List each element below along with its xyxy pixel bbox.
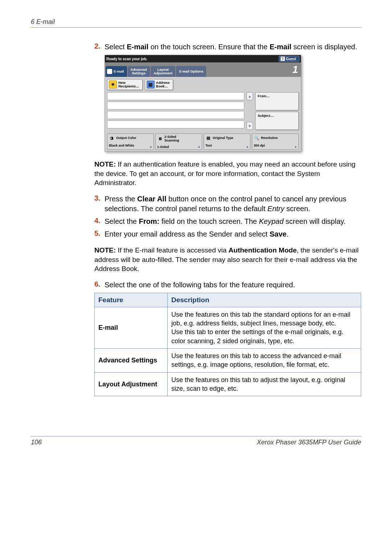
step-number: 2. <box>94 42 105 52</box>
resolution-card[interactable]: 🔍 Resolution 300 dpi ▲ <box>252 134 299 150</box>
mfp-screenshot: Ready to scan your job. ? Guest ✉ E-mail… <box>105 55 301 152</box>
chevron-up-icon: ▲ <box>197 145 201 148</box>
address-book-button[interactable]: ▤ Address Book… <box>145 79 173 90</box>
new-recipients-icon: ✳ <box>109 81 117 89</box>
recipient-slot[interactable] <box>107 92 244 100</box>
step-6: 6. Select the one of the following tabs … <box>94 280 361 290</box>
recipient-slot[interactable] <box>107 111 244 119</box>
job-count-badge: 1 <box>292 64 298 75</box>
step-number: 5. <box>94 229 105 239</box>
page-footer: 106 Xerox Phaser 3635MFP User Guide <box>31 436 361 446</box>
guide-title: Xerox Phaser 3635MFP User Guide <box>257 439 361 446</box>
from-button[interactable]: From… <box>255 92 299 110</box>
step-text: Select the From: field on the touch scre… <box>105 217 361 226</box>
table-row: Advanced Settings Use the features on th… <box>95 349 361 373</box>
step-number: 3. <box>94 194 105 214</box>
tab-layout-adjustment[interactable]: Layout Adjustment <box>151 66 175 77</box>
address-book-icon: ▤ <box>147 81 155 89</box>
resolution-icon: 🔍 <box>254 135 260 141</box>
original-type-icon: ▤ <box>205 135 211 141</box>
subject-button[interactable]: Subject… <box>255 112 299 130</box>
step-5: 5. Enter your email address as the Sende… <box>94 229 361 239</box>
tab-email-options[interactable]: E-mail Options <box>176 66 206 77</box>
tab-advanced-settings[interactable]: Advanced Settings <box>128 66 150 77</box>
step-3: 3. Press the Clear All button once on th… <box>94 194 361 214</box>
step-text: Press the Clear All button once on the c… <box>105 194 361 214</box>
email-icon: ✉ <box>107 69 112 74</box>
scroll-up-icon[interactable]: ▲ <box>246 92 253 100</box>
scroll-down-icon[interactable]: ▼ <box>246 122 253 130</box>
new-recipients-button[interactable]: ✳ New Recipients… <box>107 79 143 90</box>
two-sided-icon: ≣ <box>157 136 163 141</box>
original-type-card[interactable]: ▤ Original Type Text ▲ <box>204 134 250 150</box>
step-number: 4. <box>94 217 105 226</box>
help-icon: ? <box>281 57 285 61</box>
step-text: Select E-mail on the touch screen. Ensur… <box>105 42 361 52</box>
output-color-icon: ◑ <box>109 135 115 141</box>
chapter-label: 6 E-mail <box>31 18 55 25</box>
step-text: Select the one of the following tabs for… <box>105 280 361 290</box>
step-2: 2. Select E-mail on the touch screen. En… <box>94 42 361 52</box>
chevron-up-icon: ▲ <box>246 145 249 148</box>
recipient-slot[interactable] <box>107 120 244 128</box>
recipient-slot[interactable] <box>107 102 244 110</box>
table-row: Layout Adjustment Use the features on th… <box>95 372 361 396</box>
col-description: Description <box>168 293 361 307</box>
note-authentication: NOTE: If an authentication feature is en… <box>94 160 361 188</box>
step-4: 4. Select the From: field on the touch s… <box>94 217 361 226</box>
chevron-up-icon: ▲ <box>149 145 152 148</box>
chevron-up-icon: ▲ <box>294 145 297 148</box>
page-number: 106 <box>31 439 42 446</box>
mfp-status: Ready to scan your job. <box>106 57 279 61</box>
two-sided-scanning-card[interactable]: ≣ 2-Sided Scanning 1-Sided ▲ <box>155 134 202 150</box>
guest-button[interactable]: ? Guest <box>279 56 299 62</box>
note-auth-mode: NOTE: If the E-mail feature is accessed … <box>94 246 361 274</box>
output-color-card[interactable]: ◑ Output Color Black and White ▲ <box>107 134 154 150</box>
step-text: Enter your email address as the Sender a… <box>105 229 361 239</box>
table-row: E-mail Use the features on this tab the … <box>95 307 361 348</box>
tab-email[interactable]: ✉ E-mail <box>106 66 127 77</box>
feature-table: Feature Description E-mail Use the featu… <box>94 293 361 396</box>
page-header: 6 E-mail <box>31 18 361 28</box>
col-feature: Feature <box>95 293 168 307</box>
step-number: 6. <box>94 280 105 290</box>
